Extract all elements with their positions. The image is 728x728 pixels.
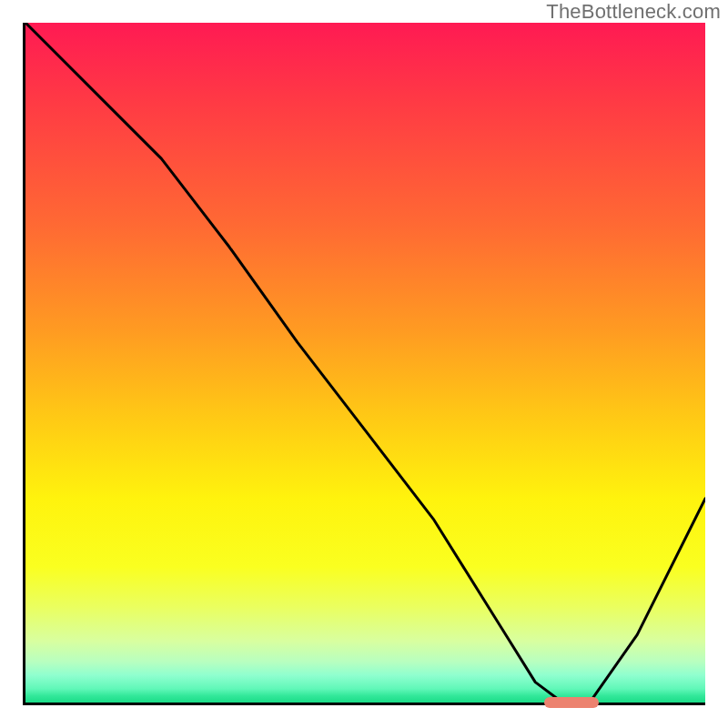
chart-figure: TheBottleneck.com [0, 0, 728, 728]
optimal-marker [544, 697, 599, 708]
gradient-background [25, 23, 705, 703]
plot-area [23, 23, 705, 705]
watermark-text: TheBottleneck.com [546, 0, 721, 24]
